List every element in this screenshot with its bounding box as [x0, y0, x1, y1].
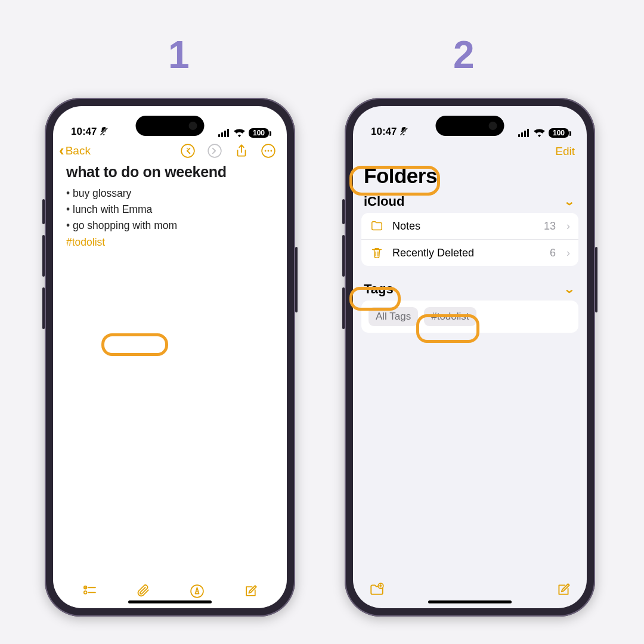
folders-navbar: Edit: [353, 139, 587, 160]
status-time: 10:47: [371, 126, 397, 138]
checklist-button[interactable]: [82, 583, 98, 599]
svg-point-8: [267, 150, 269, 151]
home-indicator[interactable]: [428, 600, 512, 603]
back-label: Back: [66, 144, 91, 157]
folder-icon: [370, 219, 384, 233]
markup-button[interactable]: [189, 583, 205, 599]
tag-chip-todolist[interactable]: #todolist: [424, 307, 476, 326]
chevron-right-icon: ›: [566, 220, 570, 233]
folder-label: Recently Deleted: [392, 247, 541, 259]
folder-count: 13: [544, 220, 556, 233]
list-item: lunch with Emma: [66, 202, 274, 218]
list-item: go shopping with mom: [66, 218, 274, 234]
chevron-down-icon: ⌄: [564, 283, 575, 296]
tag-list: All Tags #todolist: [361, 301, 578, 333]
step-1-label: 1: [168, 33, 190, 77]
battery-icon: 100: [249, 128, 269, 138]
note-content[interactable]: what to do on weekend buy glossary lunch…: [53, 161, 287, 575]
cellular-signal-icon: [218, 129, 230, 137]
note-tag[interactable]: #todolist: [66, 236, 105, 249]
folder-label: Notes: [392, 220, 535, 233]
folder-row-recently-deleted[interactable]: Recently Deleted 6 ›: [361, 239, 578, 266]
tags-section-header[interactable]: Tags ⌄: [353, 281, 587, 301]
page-title: Folders: [364, 164, 437, 188]
svg-point-14: [191, 585, 203, 597]
trash-icon: [370, 246, 384, 259]
chevron-right-icon: ›: [566, 247, 570, 259]
folder-row-notes[interactable]: Notes 13 ›: [361, 213, 578, 239]
svg-rect-16: [521, 132, 523, 137]
svg-rect-1: [221, 132, 223, 137]
silent-mode-icon: [99, 126, 109, 138]
cellular-signal-icon: [518, 129, 530, 137]
compose-button[interactable]: [243, 583, 259, 599]
svg-point-12: [83, 591, 86, 594]
edit-button[interactable]: Edit: [555, 145, 575, 158]
phone-frame-1: 10:47 100 ‹ Back: [45, 98, 295, 617]
more-button[interactable]: [260, 143, 276, 159]
svg-rect-3: [227, 129, 229, 137]
svg-point-7: [264, 150, 266, 151]
battery-icon: 100: [549, 128, 569, 138]
svg-rect-0: [218, 134, 220, 137]
chevron-down-icon: ⌄: [564, 195, 575, 208]
phone-frame-2: 10:47 100 Edit Folders iCloud ⌄: [345, 98, 595, 617]
folder-list: Notes 13 › Recently Deleted 6 ›: [361, 213, 578, 266]
redo-button[interactable]: [206, 143, 222, 159]
attachment-button[interactable]: [135, 583, 151, 599]
svg-rect-18: [527, 129, 529, 137]
svg-point-9: [270, 150, 272, 151]
dynamic-island: [136, 116, 205, 136]
svg-rect-2: [224, 131, 226, 137]
note-navbar: ‹ Back: [53, 139, 287, 161]
note-title: what to do on weekend: [66, 163, 274, 181]
step-2-label: 2: [453, 33, 475, 77]
undo-button[interactable]: [179, 143, 196, 159]
dynamic-island: [436, 116, 504, 136]
folders-toolbar: [353, 581, 587, 597]
new-folder-button[interactable]: [369, 581, 385, 597]
back-button[interactable]: ‹ Back: [59, 144, 91, 157]
tag-chip-all[interactable]: All Tags: [369, 307, 418, 326]
wifi-icon: [234, 129, 245, 137]
section-label: Tags: [364, 281, 394, 297]
svg-rect-15: [518, 134, 520, 137]
list-item: buy glossary: [66, 185, 274, 202]
compose-button[interactable]: [555, 581, 571, 597]
section-label: iCloud: [364, 194, 404, 209]
folder-count: 6: [550, 247, 556, 259]
silent-mode-icon: [399, 126, 408, 138]
svg-rect-17: [524, 131, 526, 137]
chevron-left-icon: ‹: [59, 146, 64, 156]
wifi-icon: [534, 129, 545, 137]
share-button[interactable]: [233, 143, 249, 159]
icloud-section-header[interactable]: iCloud ⌄: [353, 194, 587, 213]
status-time: 10:47: [71, 126, 97, 138]
home-indicator[interactable]: [128, 600, 212, 603]
